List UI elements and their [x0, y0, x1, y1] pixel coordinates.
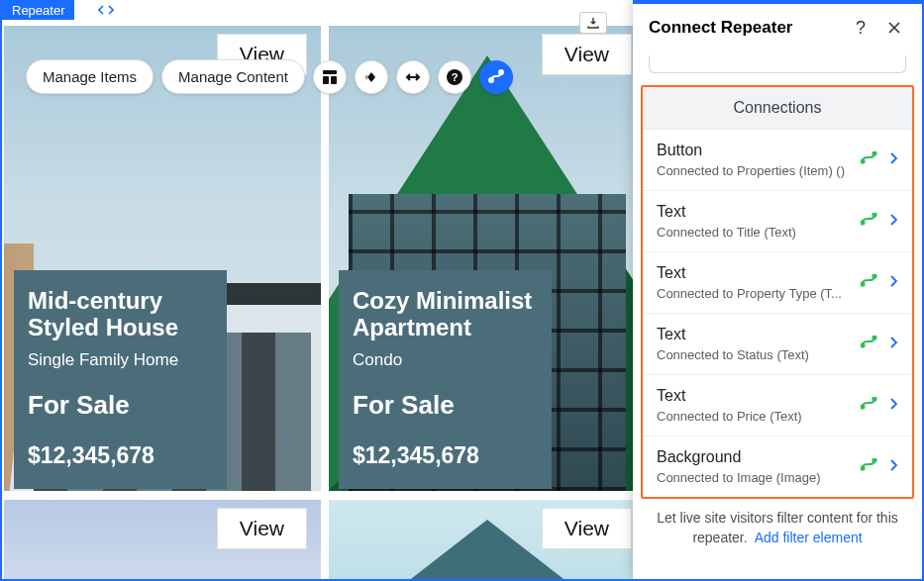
svg-point-14: [873, 336, 875, 339]
card-title: Cozy Minimalist Apartment: [353, 288, 538, 340]
linked-icon: [861, 213, 878, 231]
svg-point-5: [489, 78, 493, 82]
dataset-dropdown[interactable]: [649, 55, 906, 73]
linked-icon: [861, 336, 878, 353]
linked-icon: [861, 458, 878, 476]
card-info: Cozy Minimalist Apartment Condo For Sale…: [339, 270, 552, 489]
repeater-item[interactable]: View Mid-century Styled House Single Fam…: [4, 26, 321, 491]
svg-point-7: [861, 159, 864, 162]
connection-label: Text: [657, 387, 851, 405]
svg-point-18: [873, 458, 875, 461]
layout-icon[interactable]: [313, 60, 347, 94]
connect-repeater-panel: Connect Repeater ? Connections Button Co…: [633, 0, 922, 579]
connections-header: Connections: [643, 87, 912, 130]
svg-point-11: [861, 282, 864, 285]
connection-label: Text: [657, 326, 851, 343]
linked-icon: [861, 151, 878, 169]
manage-items-button[interactable]: Manage Items: [26, 59, 154, 94]
card-info: Mid-century Styled House Single Family H…: [14, 270, 227, 489]
connection-sub: Connected to Price (Text): [657, 409, 851, 424]
connections-section: Connections Button Connected to Properti…: [641, 85, 914, 499]
animation-icon[interactable]: [355, 60, 388, 94]
connection-row-background[interactable]: Background Connected to Image (Image): [643, 436, 912, 497]
chevron-right-icon: [888, 213, 898, 231]
panel-close-icon[interactable]: [882, 16, 906, 40]
card-type: Condo: [353, 350, 538, 370]
connection-row-button[interactable]: Button Connected to Properties (Item) (): [643, 130, 912, 191]
svg-rect-2: [331, 76, 337, 84]
connect-data-icon[interactable]: [479, 60, 513, 94]
svg-point-17: [861, 466, 864, 469]
connection-sub: Connected to Property Type (T...: [657, 286, 851, 301]
repeater-item[interactable]: View Cozy Minimalist Apartment Condo For…: [329, 26, 646, 491]
connection-sub: Connected to Image (Image): [657, 470, 851, 485]
connection-row-text[interactable]: Text Connected to Price (Text): [643, 375, 912, 436]
card-price: $12,345,678: [28, 442, 213, 469]
connection-label: Text: [657, 203, 851, 221]
svg-point-12: [873, 274, 875, 277]
connection-label: Background: [657, 448, 851, 466]
svg-point-9: [861, 221, 864, 224]
svg-rect-1: [323, 76, 329, 84]
connection-label: Text: [657, 264, 851, 282]
chevron-right-icon: [888, 336, 898, 353]
chevron-right-icon: [888, 274, 898, 292]
panel-title: Connect Repeater: [649, 18, 839, 38]
view-button[interactable]: View: [542, 34, 632, 75]
panel-footer: Let live site visitors filter content fo…: [633, 499, 922, 561]
card-price: $12,345,678: [353, 442, 538, 469]
card-title: Mid-century Styled House: [28, 288, 213, 340]
download-icon[interactable]: [579, 12, 607, 34]
svg-point-6: [499, 70, 503, 74]
repeater-item[interactable]: View: [329, 500, 646, 579]
panel-header: Connect Repeater ?: [633, 4, 922, 55]
connection-sub: Connected to Properties (Item) (): [657, 163, 851, 178]
connection-row-text[interactable]: Text Connected to Title (Text): [643, 191, 912, 252]
svg-point-8: [873, 151, 875, 154]
card-status: For Sale: [353, 390, 538, 421]
chevron-right-icon: [888, 397, 898, 415]
panel-help-icon[interactable]: ?: [849, 16, 873, 40]
chevron-right-icon: [888, 458, 898, 476]
connection-sub: Connected to Title (Text): [657, 225, 851, 240]
add-filter-link[interactable]: Add filter element: [755, 530, 863, 545]
connection-label: Button: [657, 142, 851, 159]
svg-text:?: ?: [452, 71, 459, 83]
svg-point-13: [861, 343, 864, 346]
connection-sub: Connected to Status (Text): [657, 347, 851, 362]
svg-point-15: [861, 405, 864, 408]
svg-point-10: [873, 213, 875, 216]
tab-code-icon[interactable]: [88, 0, 124, 20]
manage-content-button[interactable]: Manage Content: [161, 59, 305, 94]
card-type: Single Family Home: [28, 350, 213, 370]
view-button[interactable]: View: [217, 508, 307, 549]
tab-repeater[interactable]: Repeater: [2, 0, 74, 20]
chevron-right-icon: [888, 151, 898, 169]
linked-icon: [861, 397, 878, 415]
view-button[interactable]: View: [542, 508, 632, 549]
stretch-icon[interactable]: [396, 60, 430, 94]
card-status: For Sale: [28, 390, 213, 421]
svg-rect-0: [323, 70, 337, 74]
repeater-item[interactable]: View: [4, 500, 321, 579]
connection-row-text[interactable]: Text Connected to Property Type (T...: [643, 252, 912, 314]
floating-toolbar: Manage Items Manage Content ?: [26, 59, 513, 94]
svg-point-16: [873, 397, 875, 400]
linked-icon: [861, 274, 878, 292]
connection-row-text[interactable]: Text Connected to Status (Text): [643, 314, 912, 375]
help-icon[interactable]: ?: [438, 60, 471, 94]
